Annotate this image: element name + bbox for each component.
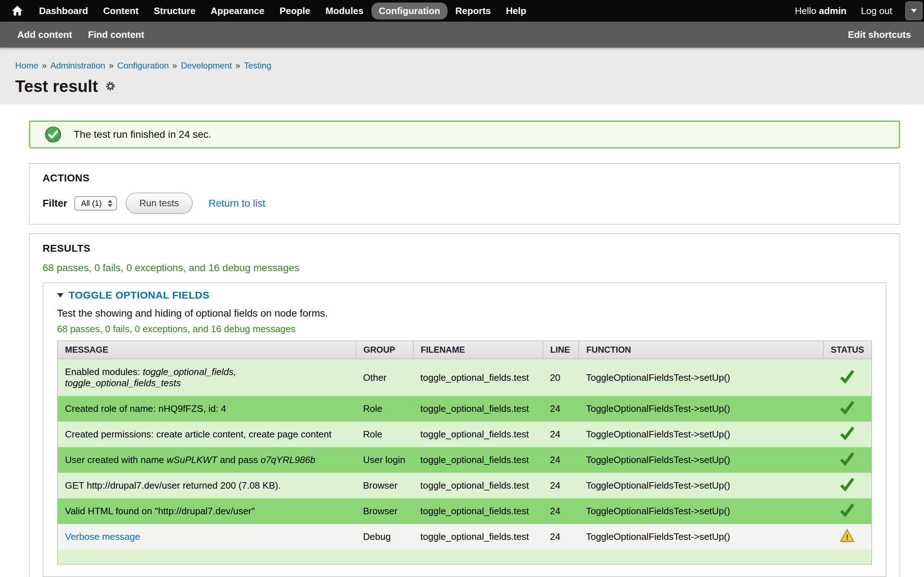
username: admin [819,5,847,16]
return-to-list-link[interactable]: Return to list [208,198,265,209]
message-cell: User created with name wSuPLKWT and pass… [57,447,356,473]
message-cell: GET http://drupal7.dev/user returned 200… [57,473,356,498]
result-row: Valid HTML found on "http://drupal7.dev/… [57,498,872,524]
toolbar-item-reports[interactable]: Reports [448,3,498,19]
group-cell: Debug [356,524,413,550]
status-message: The test run finished in 24 sec. [29,121,900,148]
column-header-message: MESSAGE [57,341,356,359]
toolbar-item-modules[interactable]: Modules [318,3,371,19]
logout-link[interactable]: Log out [861,5,892,16]
group-cell: Browser [356,498,413,524]
message-cell: Enabled modules: toggle_optional_fields,… [57,359,356,396]
result-row: Verbose messageDebugtoggle_optional_fiel… [57,524,872,550]
filename-cell: toggle_optional_fields.test [413,524,543,550]
toolbar-item-people[interactable]: People [272,3,317,19]
filter-row: Filter All (1) Run tests Return to list [43,193,887,214]
breadcrumb-link-configuration[interactable]: Configuration [117,61,169,70]
line-cell: 24 [543,396,579,422]
toolbar-item-dashboard[interactable]: Dashboard [32,3,95,19]
shortcut-bar: Add contentFind content Edit shortcuts [0,22,924,48]
message-text: User created with name [65,455,167,465]
greeting-text: Hello admin [795,5,846,16]
function-cell [578,550,823,564]
toolbar-item-help[interactable]: Help [499,3,533,19]
filename-cell [413,550,543,564]
line-cell [543,550,579,564]
contextual-gear-icon[interactable] [105,81,116,92]
pass-check-icon [839,502,855,518]
column-header-filename: FILENAME [413,341,543,359]
function-cell: ToggleOptionalFieldsTest->setUp() [578,359,823,396]
group-cell [356,550,413,564]
main-content: The test run finished in 24 sec. ACTIONS… [0,105,924,577]
pass-check-icon [839,476,855,492]
message-emphasis: wSuPLKWT [167,455,217,465]
run-tests-button[interactable]: Run tests [126,193,193,214]
function-cell: ToggleOptionalFieldsTest->setUp() [578,498,823,524]
line-cell: 24 [543,498,579,524]
edit-shortcuts-link[interactable]: Edit shortcuts [848,29,911,40]
toolbar-item-structure[interactable]: Structure [147,3,203,19]
filename-cell: toggle_optional_fields.test [413,396,543,422]
column-header-function: FUNCTION [578,341,823,359]
function-cell: ToggleOptionalFieldsTest->setUp() [578,524,823,550]
filename-cell: toggle_optional_fields.test [413,422,543,447]
filename-cell: toggle_optional_fields.test [413,359,543,396]
message-text: Valid HTML found on "http://drupal7.dev/… [65,506,255,516]
test-group-title: TOGGLE OPTIONAL FIELDS [69,290,209,301]
results-panel: RESULTS 68 passes, 0 fails, 0 exceptions… [29,233,900,577]
breadcrumb-link-testing[interactable]: Testing [244,61,271,70]
message-emphasis: toggle_optional_fields, [142,366,236,377]
message-text: GET http://drupal7.dev/user returned 200… [65,480,281,491]
status-cell: ! [823,524,872,550]
pass-check-icon [839,400,855,416]
toolbar-item-configuration[interactable]: Configuration [372,3,447,19]
group-cell: User login [356,447,413,473]
results-heading: RESULTS [43,243,887,254]
filter-select[interactable]: All (1) [74,196,116,211]
chevron-down-icon [911,9,917,13]
result-row [57,550,872,564]
test-group-summary: 68 passes, 0 fails, 0 exceptions, and 16… [57,324,872,335]
pass-check-icon [839,451,855,467]
message-text: and pass [217,455,261,465]
test-group-fieldset: TOGGLE OPTIONAL FIELDS Test the showing … [43,282,887,577]
title-row: Test result [15,76,905,96]
message-emphasis: toggle_optional_fields_tests [65,377,181,388]
select-stepper-icon [108,200,113,207]
filter-label: Filter [43,198,67,209]
toolbar-menu: DashboardContentStructureAppearancePeopl… [32,3,534,19]
status-cell [823,447,872,473]
breadcrumb-separator: » [235,61,240,70]
actions-panel: ACTIONS Filter All (1) Run tests Return … [29,163,900,225]
shortcut-find-content[interactable]: Find content [88,29,144,40]
breadcrumb-link-development[interactable]: Development [181,61,232,70]
message-text: Enabled modules: [65,366,142,377]
status-cell [823,359,872,396]
warning-triangle-icon: ! [840,529,855,542]
results-summary: 68 passes, 0 fails, 0 exceptions, and 16… [43,262,887,274]
toolbar-item-content[interactable]: Content [96,3,146,19]
shortcut-add-content[interactable]: Add content [17,29,72,40]
verbose-message-link[interactable]: Verbose message [65,531,140,542]
group-cell: Role [356,422,413,447]
toolbar-item-appearance[interactable]: Appearance [204,3,272,19]
function-cell: ToggleOptionalFieldsTest->setUp() [578,396,823,422]
filename-cell: toggle_optional_fields.test [413,498,543,524]
line-cell: 24 [543,473,579,498]
results-table: MESSAGEGROUPFILENAMELINEFUNCTIONSTATUS E… [57,340,872,565]
actions-heading: ACTIONS [43,172,887,184]
home-icon[interactable] [9,6,26,16]
breadcrumb-link-administration[interactable]: Administration [50,61,105,70]
column-header-group: GROUP [356,341,413,359]
toolbar-toggle-button[interactable] [905,2,922,20]
function-cell: ToggleOptionalFieldsTest->setUp() [578,473,823,498]
line-cell: 24 [543,447,579,473]
breadcrumb-link-home[interactable]: Home [15,61,38,70]
status-cell [823,550,872,564]
admin-toolbar: DashboardContentStructureAppearancePeopl… [0,0,924,22]
status-cell [823,473,872,498]
fieldset-legend[interactable]: TOGGLE OPTIONAL FIELDS [57,290,872,301]
message-text: Created role of name: nHQ9fFZS, id: 4 [65,403,226,414]
toolbar-user-area: Hello admin Log out [795,5,924,16]
